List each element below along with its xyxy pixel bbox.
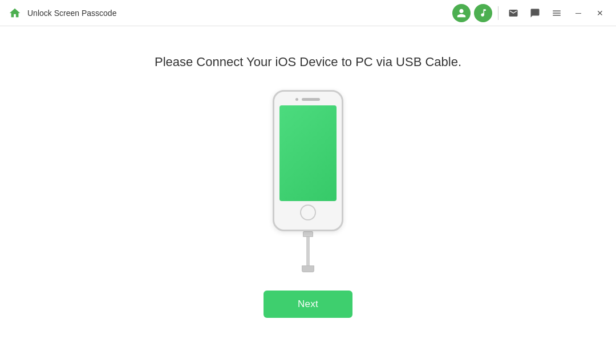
phone-home-button: [300, 205, 316, 220]
title-bar: Unlock Screen Passcode: [0, 0, 616, 26]
phone-illustration: [273, 90, 343, 272]
minimize-button[interactable]: ─: [569, 4, 587, 22]
main-content: Please Connect Your iOS Device to PC via…: [0, 26, 616, 364]
menu-button[interactable]: [548, 4, 566, 22]
divider: [498, 6, 499, 20]
close-button[interactable]: ✕: [591, 4, 609, 22]
phone-body: [273, 90, 343, 231]
instruction-text: Please Connect Your iOS Device to PC via…: [155, 55, 461, 69]
cable-bottom-connector: [302, 265, 314, 272]
phone-top-area: [288, 94, 329, 104]
cable-line: [306, 237, 310, 265]
app-title: Unlock Screen Passcode: [27, 9, 116, 18]
mail-button[interactable]: [504, 4, 522, 22]
next-button[interactable]: Next: [264, 291, 352, 318]
phone-camera: [295, 98, 298, 101]
phone-screen: [279, 105, 337, 201]
search-music-icon[interactable]: [474, 4, 492, 22]
cable-top-connector: [303, 231, 313, 237]
avatar-icon[interactable]: [452, 4, 471, 22]
usb-cable: [302, 231, 314, 272]
home-icon[interactable]: [7, 5, 23, 21]
title-bar-left: Unlock Screen Passcode: [7, 5, 452, 21]
chat-button[interactable]: [526, 4, 544, 22]
title-bar-right: ─ ✕: [452, 4, 609, 22]
phone-speaker: [302, 98, 320, 101]
